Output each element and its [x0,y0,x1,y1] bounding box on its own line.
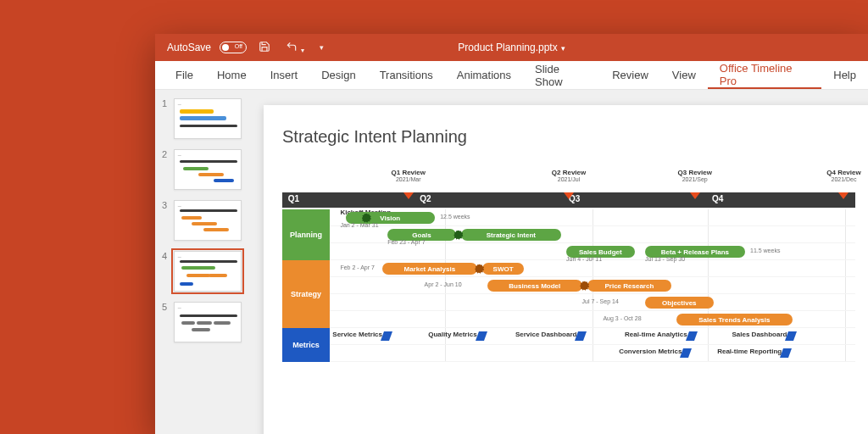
quarter-label: Q2 [420,194,431,203]
tab-office-timeline-pro[interactable]: Office Timeline Pro [708,61,821,89]
review-flag: Q3 Review2021/Sep [677,169,711,182]
section-planning: PlanningKickoff MeetingVisionJan 2 - Mar… [282,209,855,260]
ribbon-tabs: FileHomeInsertDesignTransitionsAnimation… [155,61,868,90]
thumb-number: 1 [162,98,169,108]
section-label: Metrics [282,328,330,362]
task-date-range: Aug 3 - Oct 28 [603,315,641,321]
review-marker-icon [838,192,849,199]
metric-marker-icon [575,331,587,341]
tab-design[interactable]: Design [309,61,367,89]
thumb-number: 2 [162,149,169,159]
task-date-range: Apr 2 - Jun 10 [425,281,462,287]
tab-insert[interactable]: Insert [259,61,310,89]
slide-canvas-area: Strategic Intent Planning Q1 Review2021/… [248,90,868,434]
metric-marker-icon [780,348,792,358]
tab-animations[interactable]: Animations [445,61,523,89]
timeline-row: GoalsStrategic IntentFeb 23 - Apr 7 [330,226,855,243]
title-bar: AutoSave Off ▾ ▾ Product Planning.pptx▾ [155,34,868,61]
timeline-row: Service MetricsQuality MetricsService Da… [330,328,855,345]
work-area: 1—2—3—4—5— Strategic Intent Planning Q1 … [155,90,868,434]
task-pill[interactable]: Business Model [487,280,582,292]
metric-marker-icon [381,331,392,341]
review-flag: Q1 Review2021/Mar [391,169,425,182]
task-date-range: Jul 7 - Sep 14 [582,298,619,304]
timeline-row: Sales BudgetBeta + Release PlansJun 4 - … [330,243,855,260]
slide-title: Strategic Intent Planning [282,127,855,147]
tab-review[interactable]: Review [600,61,660,89]
thumb-number: 5 [162,302,169,312]
slide-thumbnail-2[interactable]: — [174,149,242,190]
powerpoint-window: AutoSave Off ▾ ▾ Product Planning.pptx▾ … [155,34,868,434]
review-flag: Q2 Review2021/Jul [552,169,586,182]
task-duration: 12.5 weeks [440,214,470,220]
slide-thumbnail-4[interactable]: — [174,251,242,292]
quarter-label: Q4 [712,194,723,203]
metric-label: Service Dashboard [515,331,576,338]
section-metrics: MetricsService MetricsQuality MetricsSer… [282,328,855,362]
timeline: Q1 Review2021/MarQ2 Review2021/JulQ3 Rev… [282,169,855,362]
autosave-label: AutoSave [167,42,211,53]
document-title: Product Planning.pptx [458,42,557,53]
section-label: Planning [282,209,330,260]
metric-label: Real-time Reporting [717,348,782,355]
metric-label: Sales Dashboard [732,331,787,338]
task-pill[interactable]: Sales Trends Analysis [676,314,792,326]
tab-help[interactable]: Help [821,61,868,89]
tab-home[interactable]: Home [205,61,259,89]
task-pill[interactable]: Strategic Intent [461,229,561,241]
task-pill[interactable]: SWOT [482,263,525,275]
review-marker-icon [564,192,574,199]
metric-label: Quality Metrics [428,331,476,338]
section-strategy: StrategyMarket AnalysisSWOTFeb 2 - Apr 7… [282,260,855,328]
tab-transitions[interactable]: Transitions [368,61,445,89]
timeline-row: ObjectivesJul 7 - Sep 14 [330,294,855,311]
metric-label: Real-time Analytics [625,331,687,338]
timeline-row: Conversion MetricsReal-time Reporting [330,345,855,362]
timeline-row: Business ModelPrice ResearchApr 2 - Jun … [330,277,855,294]
timeline-row: Kickoff MeetingVisionJan 2 - Mar 3112.5 … [330,209,855,226]
qat-customize-icon[interactable]: ▾ [316,43,327,52]
review-flag: Q4 Review2021/Dec [826,169,860,182]
slide-thumbnail-3[interactable]: — [174,200,242,241]
review-marker-icon [403,192,414,199]
section-label: Strategy [282,260,330,328]
slide-thumbnail-panel: 1—2—3—4—5— [155,90,248,434]
timeline-row: Market AnalysisSWOTFeb 2 - Apr 7 [330,260,855,277]
task-pill[interactable]: Market Analysis [382,263,477,275]
tab-view[interactable]: View [660,61,708,89]
metric-label: Service Metrics [332,331,382,338]
tab-file[interactable]: File [164,61,205,89]
thumb-number: 4 [162,251,169,261]
autosave-toggle[interactable]: Off [220,42,247,53]
slide[interactable]: Strategic Intent Planning Q1 Review2021/… [264,105,868,434]
task-date-range: Feb 2 - Apr 7 [340,264,374,270]
timeline-row: Sales Trends AnalysisAug 3 - Oct 28 [330,311,855,328]
undo-icon[interactable]: ▾ [282,41,308,55]
tab-slide-show[interactable]: Slide Show [523,61,600,89]
thumb-number: 3 [162,200,169,210]
task-pill[interactable]: Price Research [587,280,671,292]
slide-thumbnail-5[interactable]: — [174,302,242,342]
save-icon[interactable] [255,41,274,55]
slide-thumbnail-1[interactable]: — [174,98,242,139]
task-duration: 11.5 weeks [750,248,780,253]
metric-marker-icon [785,331,797,341]
metric-label: Conversion Metrics [619,348,682,355]
quarter-label: Q1 [288,194,299,203]
metric-marker-icon [680,348,692,358]
review-marker-icon [690,192,700,199]
task-pill[interactable]: Objectives [645,297,714,309]
